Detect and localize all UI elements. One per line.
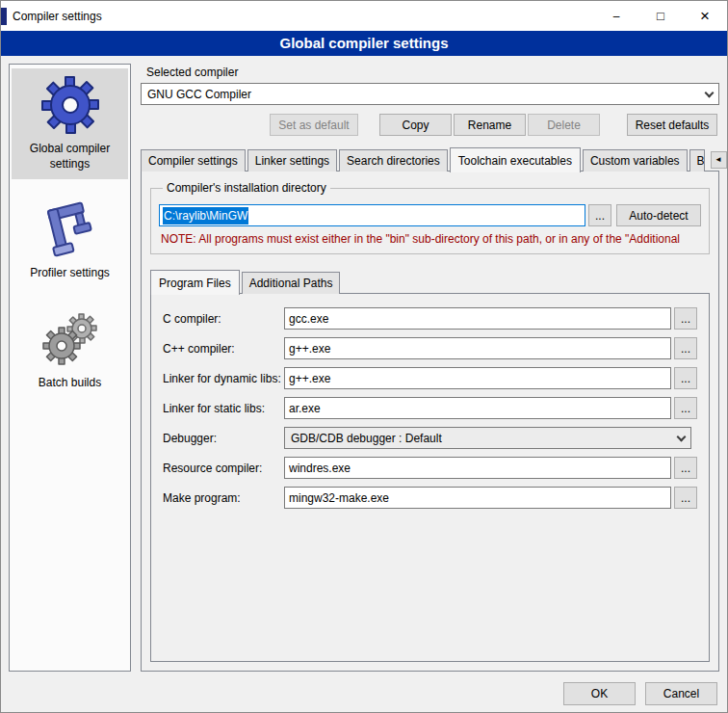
close-button[interactable]: × bbox=[683, 1, 727, 31]
tab-toolchain-executables[interactable]: Toolchain executables bbox=[450, 147, 581, 172]
tab-additional-paths[interactable]: Additional Paths bbox=[242, 272, 341, 294]
sidebar-item-profiler-settings[interactable]: Profiler settings bbox=[12, 193, 128, 289]
minimize-icon: – bbox=[613, 11, 620, 22]
cpp-compiler-label: C++ compiler: bbox=[163, 342, 284, 356]
compiler-settings-window: Compiler settings – □ × Global compiler … bbox=[0, 0, 728, 713]
tab-linker-settings[interactable]: Linker settings bbox=[247, 149, 337, 172]
program-files-panel: C compiler: ... C++ compiler: ... Linker… bbox=[150, 293, 710, 662]
rename-button[interactable]: Rename bbox=[454, 114, 526, 136]
maximize-button[interactable]: □ bbox=[638, 1, 683, 31]
dialog-footer: OK Cancel bbox=[1, 675, 727, 712]
program-files-tabstrip: Program Files Additional Paths bbox=[150, 270, 710, 294]
row-debugger: Debugger: GDB/CDB debugger : Default bbox=[163, 427, 697, 449]
maximize-icon: □ bbox=[657, 10, 664, 22]
c-compiler-label: C compiler: bbox=[163, 312, 284, 326]
tab-scroll-arrows: ◄ ► bbox=[709, 151, 728, 169]
copy-button[interactable]: Copy bbox=[379, 114, 452, 136]
row-resource-compiler: Resource compiler: ... bbox=[163, 457, 697, 479]
row-linker-static: Linker for static libs: ... bbox=[163, 397, 697, 419]
tab-scroll-left-button[interactable]: ◄ bbox=[711, 151, 727, 169]
linker-static-browse-button[interactable]: ... bbox=[674, 397, 697, 419]
sidebar-item-label: Global compiler settings bbox=[13, 142, 126, 172]
sidebar-item-global-compiler-settings[interactable]: Global compiler settings bbox=[12, 68, 128, 179]
reset-defaults-button[interactable]: Reset defaults bbox=[627, 114, 717, 136]
tab-program-files[interactable]: Program Files bbox=[150, 270, 240, 295]
cancel-button[interactable]: Cancel bbox=[645, 682, 717, 705]
debugger-value: GDB/CDB debugger : Default bbox=[291, 432, 442, 445]
set-as-default-button: Set as default bbox=[270, 114, 358, 136]
dialog-header: Global compiler settings bbox=[1, 31, 727, 56]
resource-compiler-input[interactable] bbox=[284, 457, 671, 479]
profiler-clamp-icon bbox=[39, 198, 101, 260]
ok-button[interactable]: OK bbox=[563, 682, 636, 705]
auto-detect-button[interactable]: Auto-detect bbox=[616, 204, 701, 226]
selected-compiler-combobox[interactable]: GNU GCC Compiler bbox=[141, 83, 719, 105]
window-title: Compiler settings bbox=[13, 10, 102, 23]
arrow-left-icon: ◄ bbox=[715, 155, 722, 164]
linker-dynamic-browse-button[interactable]: ... bbox=[674, 367, 697, 389]
row-linker-dynamic: Linker for dynamic libs: ... bbox=[163, 367, 697, 389]
chevron-down-icon bbox=[699, 84, 718, 104]
installation-directory-row: C:\raylib\MinGW ... Auto-detect bbox=[159, 204, 701, 226]
settings-sidebar: Global compiler settings Profiler settin… bbox=[9, 64, 131, 672]
window-controls: – □ × bbox=[594, 1, 727, 31]
selected-compiler-label: Selected compiler bbox=[146, 66, 719, 79]
row-c-compiler: C compiler: ... bbox=[163, 307, 697, 330]
row-make-program: Make program: ... bbox=[163, 487, 697, 509]
installation-directory-selected-text: C:\raylib\MinGW bbox=[163, 207, 248, 224]
linker-dynamic-input[interactable] bbox=[284, 367, 671, 389]
blue-gear-icon bbox=[39, 74, 101, 136]
close-icon: × bbox=[700, 8, 710, 24]
delete-button: Delete bbox=[528, 114, 600, 136]
titlebar: Compiler settings – □ × bbox=[1, 1, 727, 31]
main-content: Selected compiler GNU GCC Compiler Set a… bbox=[141, 64, 719, 672]
toolchain-executables-panel: Compiler's installation directory C:\ray… bbox=[141, 171, 719, 672]
installation-directory-browse-button[interactable]: ... bbox=[588, 204, 611, 226]
window-icon bbox=[1, 8, 7, 25]
selected-compiler-value: GNU GCC Compiler bbox=[147, 88, 251, 101]
minimize-button[interactable]: – bbox=[594, 1, 638, 31]
installation-directory-input[interactable]: C:\raylib\MinGW bbox=[159, 204, 585, 226]
linker-static-input[interactable] bbox=[284, 397, 671, 419]
make-program-input[interactable] bbox=[284, 487, 671, 509]
tab-compiler-settings[interactable]: Compiler settings bbox=[141, 149, 246, 172]
sidebar-item-label: Profiler settings bbox=[13, 266, 126, 281]
c-compiler-browse-button[interactable]: ... bbox=[674, 307, 697, 330]
resource-compiler-label: Resource compiler: bbox=[163, 462, 284, 475]
sidebar-item-batch-builds[interactable]: Batch builds bbox=[12, 303, 128, 399]
linker-static-label: Linker for static libs: bbox=[163, 402, 284, 415]
debugger-label: Debugger: bbox=[163, 432, 284, 445]
make-program-browse-button[interactable]: ... bbox=[674, 487, 697, 509]
installation-directory-group: Compiler's installation directory C:\ray… bbox=[150, 181, 710, 254]
chevron-down-icon bbox=[671, 428, 690, 448]
programs-note-text: NOTE: All programs must exist either in … bbox=[161, 232, 699, 246]
installation-directory-legend: Compiler's installation directory bbox=[163, 181, 330, 195]
linker-dynamic-label: Linker for dynamic libs: bbox=[163, 372, 284, 385]
gray-gears-icon bbox=[39, 308, 101, 370]
c-compiler-input[interactable] bbox=[284, 307, 671, 330]
make-program-label: Make program: bbox=[163, 491, 284, 505]
cpp-compiler-browse-button[interactable]: ... bbox=[674, 337, 697, 359]
row-cpp-compiler: C++ compiler: ... bbox=[163, 337, 697, 359]
tab-custom-variables[interactable]: Custom variables bbox=[583, 149, 688, 172]
tab-search-directories[interactable]: Search directories bbox=[339, 149, 448, 172]
dialog-body: Global compiler settings Profiler settin… bbox=[1, 56, 727, 675]
compiler-actions-row: Set as default Copy Rename Delete Reset … bbox=[141, 114, 719, 136]
settings-tabstrip: Compiler settings Linker settings Search… bbox=[141, 147, 719, 172]
cpp-compiler-input[interactable] bbox=[284, 337, 671, 359]
tab-build-options-clipped[interactable]: Builc bbox=[689, 149, 705, 172]
resource-compiler-browse-button[interactable]: ... bbox=[674, 457, 697, 479]
sidebar-item-label: Batch builds bbox=[13, 376, 126, 391]
debugger-combobox[interactable]: GDB/CDB debugger : Default bbox=[284, 427, 691, 449]
